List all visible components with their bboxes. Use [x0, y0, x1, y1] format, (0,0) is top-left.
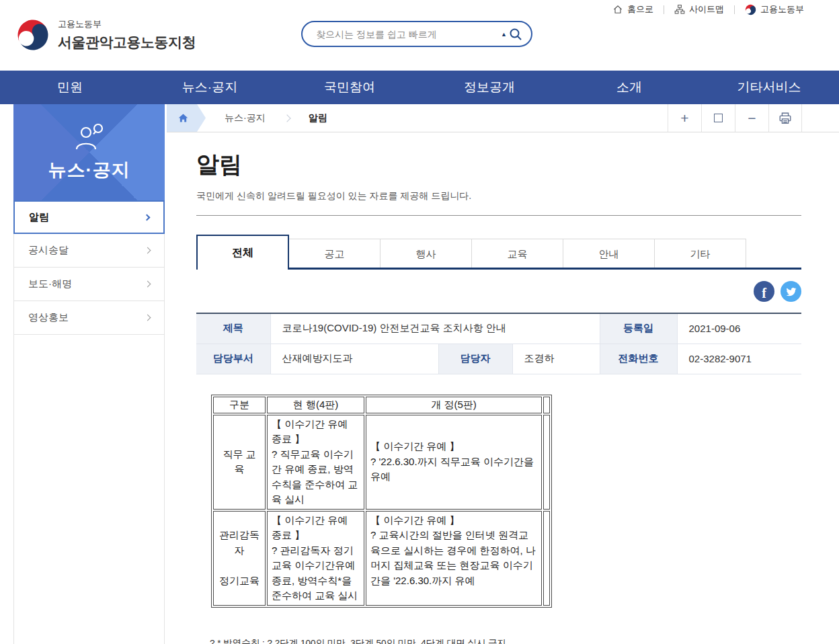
sidebar-item-alerts[interactable]: 알림 [13, 200, 165, 234]
search-input[interactable] [315, 28, 501, 40]
office-name: 서울관악고용노동지청 [58, 33, 196, 52]
row-revised: 【 이수기간 유예 】 ? 교육시간의 절반을 인터넷 원격교육으로 실시하는 … [366, 511, 542, 606]
facebook-icon: f [762, 286, 766, 301]
home-link[interactable]: 홈으로 [612, 3, 653, 15]
twitter-icon [785, 286, 797, 298]
row-current: 【 이수기간 유예 종료 】 ? 관리감독자 정기교육 이수기간유예 종료, 방… [267, 511, 364, 606]
content-table: 구분 현 행(4판) 개 정(5판) 직무 교육 【 이수기간 유예 종료 】 … [211, 395, 552, 608]
sidebar-item-label: 보도·해명 [28, 278, 72, 290]
post-phone-label: 전화번호 [600, 344, 677, 374]
post-title-value: 코로나19(COVID-19) 안전보건교육 조치사항 안내 [270, 313, 600, 344]
sidebar-title: 뉴스·공지 [48, 158, 130, 182]
search-toggle-icon[interactable]: ▲ [501, 31, 507, 38]
sitemap-icon [674, 4, 685, 15]
table-header-row: 구분 현 행(4판) 개 정(5판) [213, 397, 550, 413]
taegeuk-icon [745, 4, 756, 15]
moel-link-label: 고용노동부 [760, 3, 804, 15]
utility-bar: 홈으로 사이트맵 고용노동부 [612, 2, 804, 17]
table-row: 제목 코로나19(COVID-19) 안전보건교육 조치사항 안내 등록일 20… [196, 313, 801, 344]
page-title: 알림 [196, 149, 801, 180]
sidebar-item-video[interactable]: 영상홍보 [14, 301, 164, 335]
chevron-right-icon [144, 214, 151, 220]
site-logo-text: 고용노동부 서울관악고용노동지청 [58, 18, 196, 52]
sidebar: 뉴스·공지 알림 공시송달 보도·해명 영상홍보 [13, 104, 165, 644]
sidebar-item-label: 영상홍보 [28, 311, 69, 324]
chevron-right-icon [145, 247, 151, 254]
col-header-category: 구분 [213, 397, 266, 413]
person-speech-bubble-icon [73, 122, 106, 152]
nav-item-minwon[interactable]: 민원 [0, 71, 140, 104]
search-icon[interactable] [509, 28, 522, 41]
twitter-share-button[interactable] [781, 281, 801, 302]
sitemap-link-label: 사이트맵 [689, 3, 724, 15]
tab-education[interactable]: 교육 [471, 239, 563, 270]
tab-announcement[interactable]: 공고 [288, 239, 381, 270]
share-buttons: f [196, 281, 801, 302]
font-zoom-out-button[interactable]: − [735, 104, 768, 132]
category-tabs: 전체 공고 행사 교육 안내 기타 [196, 235, 801, 270]
nav-item-etc[interactable]: 기타서비스 [699, 71, 839, 104]
sidebar-item-press[interactable]: 보도·해명 [14, 268, 164, 301]
facebook-share-button[interactable]: f [754, 281, 774, 302]
col-header-current: 현 행(4판) [267, 397, 364, 413]
post-manager-value: 조경하 [512, 344, 600, 374]
col-header-empty [543, 397, 550, 413]
nav-item-about[interactable]: 소개 [559, 71, 699, 104]
divider [196, 215, 801, 216]
sidebar-menu: 알림 공시송달 보도·해명 영상홍보 [14, 200, 164, 335]
divider [664, 5, 664, 14]
row-empty [543, 511, 550, 606]
divider [734, 5, 735, 14]
footnote-line: ? * 방역수칙 : ? 2단계 100인 미만, 3단계 50인 미만, 4단… [210, 636, 801, 644]
printer-icon [778, 111, 793, 126]
ministry-name: 고용노동부 [58, 18, 196, 30]
post-date-value: 2021-09-06 [677, 313, 801, 344]
page-description: 국민에게 신속히 알려드릴 필요성이 있는 자료를 제공해 드립니다. [196, 190, 801, 202]
home-icon [177, 112, 189, 124]
post-info-table: 제목 코로나19(COVID-19) 안전보건교육 조치사항 안내 등록일 20… [196, 313, 801, 374]
table-row: 담당부서 산재예방지도과 담당자 조경하 전화번호 02-3282-9071 [196, 344, 801, 374]
post-title-label: 제목 [196, 313, 270, 344]
main-content: 알림 국민에게 신속히 알려드릴 필요성이 있는 자료를 제공해 드립니다. 전… [196, 149, 801, 644]
footnotes: ? * 방역수칙 : ? 2단계 100인 미만, 3단계 50인 미만, 4단… [210, 621, 801, 644]
post-phone-value: 02-3282-9071 [677, 344, 801, 374]
row-category: 직무 교육 [213, 415, 266, 510]
sidebar-item-public-notice[interactable]: 공시송달 [14, 234, 164, 268]
search-box: ▲ [301, 21, 532, 47]
row-empty [543, 415, 550, 510]
col-header-revised: 개 정(5판) [366, 397, 542, 413]
tab-event[interactable]: 행사 [380, 239, 472, 270]
page: 홈으로 사이트맵 고용노동부 고용노동부 서울관악고용노동지청 ▲ 민원 뉴스·… [0, 0, 839, 644]
sidebar-item-label: 공시송달 [28, 244, 69, 257]
home-link-label: 홈으로 [627, 3, 653, 15]
post-dept-label: 담당부서 [196, 344, 270, 374]
square-icon [714, 114, 723, 122]
nav-item-disclosure[interactable]: 정보공개 [420, 71, 559, 104]
breadcrumb-level2: 알림 [290, 104, 346, 132]
site-logo[interactable]: 고용노동부 서울관악고용노동지청 [16, 18, 196, 52]
moel-link[interactable]: 고용노동부 [745, 3, 804, 15]
nav-item-news[interactable]: 뉴스·공지 [140, 71, 280, 104]
sidebar-header: 뉴스·공지 [13, 104, 165, 200]
tab-all[interactable]: 전체 [196, 235, 289, 270]
table-row: 직무 교육 【 이수기간 유예 종료 】 ? 직무교육 이수기간 유예 종료, … [213, 415, 550, 510]
breadcrumb-home-button[interactable] [167, 104, 206, 132]
post-date-label: 등록일 [600, 313, 677, 344]
chevron-right-icon [145, 315, 151, 321]
page-tools: + − [668, 104, 802, 132]
row-current: 【 이수기간 유예 종료 】 ? 직무교육 이수기간 유예 종료, 방역수칙을 … [267, 415, 364, 510]
chevron-right-icon [145, 281, 151, 288]
breadcrumb-level1[interactable]: 뉴스·공지 [206, 104, 284, 132]
tab-guide[interactable]: 안내 [563, 239, 655, 270]
tab-etc[interactable]: 기타 [654, 239, 746, 270]
post-dept-value: 산재예방지도과 [270, 344, 438, 374]
print-button[interactable] [768, 104, 802, 132]
row-revised: 【 이수기간 유예 】 ? '22.6.30.까지 직무교육 이수기간을 유예 [366, 415, 542, 510]
house-icon [612, 4, 623, 15]
post-manager-label: 담당자 [438, 344, 512, 374]
main-nav: 민원 뉴스·공지 국민참여 정보공개 소개 기타서비스 [0, 71, 839, 104]
font-reset-button[interactable] [701, 104, 735, 132]
nav-item-participation[interactable]: 국민참여 [280, 71, 420, 104]
font-zoom-in-button[interactable]: + [668, 104, 701, 132]
sitemap-link[interactable]: 사이트맵 [674, 3, 724, 15]
